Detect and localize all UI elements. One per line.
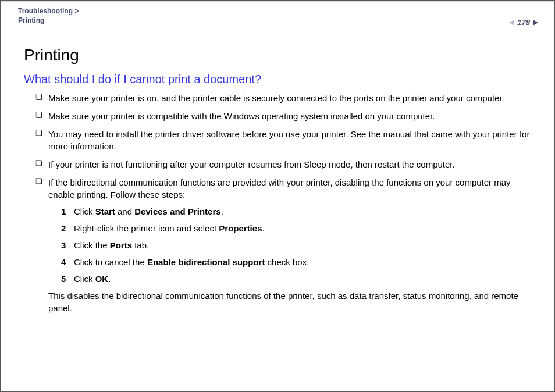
bullet-list: Make sure your printer is on, and the pr…	[35, 92, 537, 314]
prev-page-icon[interactable]	[509, 20, 514, 26]
step-item: 1Click Start and Devices and Printers.	[61, 205, 537, 218]
page-title: Printing	[24, 46, 537, 65]
step-item: 4Click to cancel the Enable bidirectiona…	[61, 256, 537, 268]
step-number: 3	[61, 239, 66, 251]
step-number: 2	[61, 222, 66, 234]
page-content: Printing What should I do if I cannot pr…	[1, 33, 554, 337]
step-item: 2Right-click the printer icon and select…	[61, 222, 537, 234]
step-note: This disables the bidirectional communic…	[48, 290, 537, 314]
page-header: Troubleshooting > Printing 178	[1, 1, 554, 33]
page-nav: 178	[509, 18, 538, 27]
breadcrumb: Troubleshooting > Printing	[18, 6, 537, 25]
bullet-intro: If the bidirectional communication funct…	[48, 177, 511, 199]
list-item: If your printer is not functioning after…	[35, 158, 537, 170]
header-rule	[1, 1, 554, 1]
section-heading: What should I do if I cannot print a doc…	[24, 73, 537, 86]
step-number: 1	[61, 205, 66, 218]
step-list: 1Click Start and Devices and Printers. 2…	[61, 205, 537, 285]
list-item: Make sure your printer is compatible wit…	[35, 110, 537, 122]
step-number: 5	[61, 273, 66, 285]
breadcrumb-sub: Printing	[18, 16, 44, 24]
page-number: 178	[517, 18, 530, 27]
list-item: You may need to install the printer driv…	[35, 128, 537, 152]
list-item: Make sure your printer is on, and the pr…	[35, 92, 537, 104]
list-item: If the bidirectional communication funct…	[35, 176, 537, 314]
step-item: 5Click OK.	[61, 273, 537, 285]
breadcrumb-top: Troubleshooting >	[18, 7, 79, 15]
step-item: 3Click the Ports tab.	[61, 239, 537, 251]
step-number: 4	[61, 256, 66, 268]
next-page-icon[interactable]	[533, 20, 538, 26]
